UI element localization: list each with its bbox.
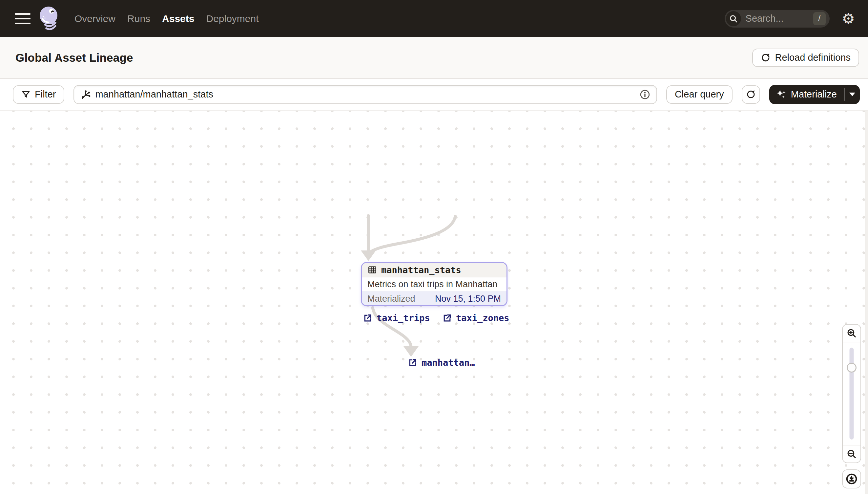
nav-item-runs[interactable]: Runs bbox=[127, 13, 150, 24]
search-icon bbox=[726, 11, 741, 26]
asset-card-header[interactable]: manhattan_stats bbox=[362, 263, 507, 277]
filter-button[interactable]: Filter bbox=[13, 85, 64, 104]
external-link-icon bbox=[363, 313, 373, 323]
main-nav: Overview Runs Assets Deployment bbox=[74, 13, 259, 24]
zoom-slider-track[interactable] bbox=[850, 347, 854, 440]
materialize-dropdown-button[interactable] bbox=[845, 85, 860, 104]
external-link-icon bbox=[408, 358, 418, 368]
asset-query-input[interactable] bbox=[95, 89, 639, 100]
gear-icon[interactable]: ⚙ bbox=[842, 12, 855, 26]
global-search[interactable]: / bbox=[725, 10, 830, 28]
download-icon bbox=[845, 473, 858, 485]
refresh-icon bbox=[746, 90, 756, 100]
refresh-button[interactable] bbox=[742, 85, 760, 104]
asset-card-manhattan-stats[interactable]: manhattan_stats Metrics on taxi trips in… bbox=[361, 262, 508, 306]
asset-card-name: manhattan_stats bbox=[381, 265, 461, 275]
nav-item-assets[interactable]: Assets bbox=[162, 13, 194, 24]
page-header: Global Asset Lineage Reload definitions bbox=[0, 37, 868, 79]
zoom-out-button[interactable] bbox=[843, 445, 861, 462]
materialize-split-button: Materialize bbox=[769, 85, 860, 104]
zoom-out-icon bbox=[846, 448, 857, 460]
reload-icon bbox=[761, 53, 770, 63]
materialize-button[interactable]: Materialize bbox=[769, 85, 844, 104]
info-icon[interactable] bbox=[639, 89, 651, 100]
table-icon bbox=[367, 265, 377, 275]
menu-icon[interactable] bbox=[15, 13, 31, 24]
zoom-in-button[interactable] bbox=[843, 325, 861, 342]
search-input[interactable] bbox=[746, 13, 801, 24]
clear-query-button[interactable]: Clear query bbox=[666, 85, 732, 104]
nav-item-deployment[interactable]: Deployment bbox=[206, 13, 259, 24]
page-title: Global Asset Lineage bbox=[15, 51, 133, 64]
zoom-slider[interactable] bbox=[843, 342, 861, 445]
asset-card-status: Materialized Nov 15, 1:50 PM bbox=[362, 291, 507, 305]
lineage-toolbar: Filter Clear query bbox=[0, 79, 868, 110]
lineage-canvas[interactable]: taxi_trips taxi_zones manhattan_stats Me… bbox=[0, 110, 868, 494]
sparkle-icon bbox=[776, 89, 787, 100]
dagster-logo[interactable] bbox=[38, 5, 61, 32]
asset-node-taxi-trips[interactable]: taxi_trips bbox=[363, 313, 430, 323]
reload-definitions-button[interactable]: Reload definitions bbox=[752, 49, 859, 67]
zoom-controls bbox=[842, 324, 861, 463]
zoom-slider-handle[interactable] bbox=[847, 363, 856, 373]
canvas-scrollbar[interactable] bbox=[865, 110, 868, 494]
asset-node-manhattan-map[interactable]: manhattan… bbox=[408, 357, 475, 368]
search-shortcut-key: / bbox=[813, 12, 826, 25]
caret-down-icon bbox=[849, 92, 855, 96]
nav-item-overview[interactable]: Overview bbox=[74, 13, 116, 24]
asset-node-taxi-zones[interactable]: taxi_zones bbox=[442, 313, 510, 323]
status-label: Materialized bbox=[367, 294, 415, 304]
zoom-in-icon bbox=[846, 328, 857, 339]
asset-graph-icon bbox=[80, 89, 91, 100]
filter-icon bbox=[21, 90, 31, 99]
download-view-button[interactable] bbox=[842, 470, 861, 489]
top-nav: Overview Runs Assets Deployment / ⚙ bbox=[0, 0, 868, 37]
materialization-time-link[interactable]: Nov 15, 1:50 PM bbox=[435, 294, 501, 304]
asset-card-description: Metrics on taxi trips in Manhattan bbox=[362, 277, 507, 291]
external-link-icon bbox=[442, 313, 452, 323]
asset-query-field[interactable] bbox=[73, 85, 657, 104]
